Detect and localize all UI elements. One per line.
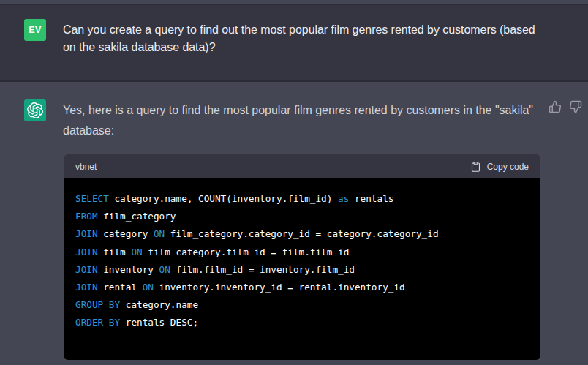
previous-message-edge [0, 0, 588, 5]
copy-code-button[interactable]: Copy code [470, 161, 529, 173]
chat-conversation: EV Can you create a query to find out th… [0, 0, 588, 365]
assistant-message-line: Yes, here is a query to find the most po… [63, 100, 546, 121]
copy-code-label: Copy code [487, 162, 529, 172]
thumbs-up-icon [549, 100, 562, 113]
thumbs-down-button[interactable] [569, 100, 582, 113]
assistant-avatar [24, 99, 46, 121]
clipboard-icon [470, 161, 481, 173]
assistant-message-text: Yes, here is a query to find the most po… [63, 100, 546, 141]
thumbs-up-button[interactable] [549, 100, 562, 113]
message-actions [549, 100, 582, 113]
code-language-label: vbnet [75, 162, 97, 172]
code-content: SELECT category.name, COUNT(inventory.fi… [64, 178, 540, 360]
user-message-line: Can you create a query to find out the m… [63, 21, 546, 39]
thumbs-down-icon [569, 100, 582, 113]
user-message-row: EV Can you create a query to find out th… [0, 5, 588, 82]
code-block: vbnet Copy code SELECT category.name, CO… [64, 154, 540, 360]
user-avatar-initials: EV [29, 25, 41, 35]
openai-logo-icon [27, 102, 43, 118]
user-avatar: EV [24, 19, 46, 41]
assistant-message-line: database: [63, 121, 546, 141]
assistant-message-row: Yes, here is a query to find the most po… [0, 82, 588, 365]
code-block-header: vbnet Copy code [64, 154, 540, 178]
user-message-line: on the sakila database data)? [63, 39, 546, 56]
user-message-text: Can you create a query to find out the m… [63, 21, 546, 56]
